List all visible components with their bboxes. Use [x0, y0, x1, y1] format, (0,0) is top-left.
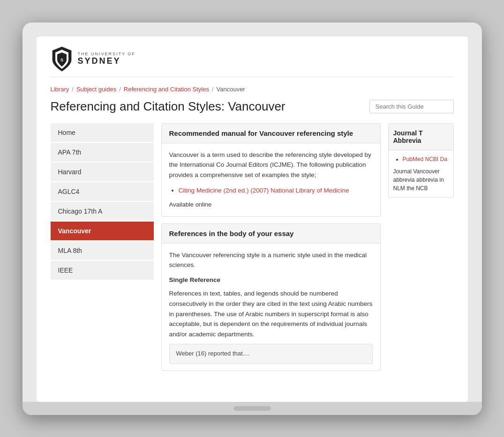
references-body: The Vancouver referencing style is a num…: [162, 244, 380, 371]
university-shield-icon: S: [51, 46, 73, 72]
recommended-manual-body: Vancouver is a term used to describe the…: [162, 143, 380, 216]
right-panel-header: Journal T Abbrevia: [389, 124, 453, 150]
page-title: Referencing and Citation Styles: Vancouv…: [51, 99, 286, 114]
breadcrumb-sep-2: /: [119, 86, 121, 93]
laptop-frame: S THE UNIVERSITY OF SYDNEY Library / Sub…: [23, 22, 482, 415]
right-panel-list: PubMed NCBI Da: [393, 155, 449, 163]
breadcrumb-subject-guides[interactable]: Subject guides: [76, 86, 116, 93]
recommended-manual-list: Citing Medicine (2nd ed.) (2007) Nationa…: [169, 185, 373, 196]
right-panel-box: Journal T Abbrevia PubMed NCBI Da Journa…: [388, 123, 454, 198]
right-panel-list-item: PubMed NCBI Da: [403, 155, 449, 163]
laptop-notch: [233, 406, 271, 411]
sidebar-item-apa7th[interactable]: APA 7th: [51, 143, 154, 163]
search-input[interactable]: [369, 100, 454, 113]
pubmed-link[interactable]: PubMed NCBI Da: [403, 156, 447, 163]
single-reference-label: Single Reference: [169, 275, 373, 285]
references-example: Weber (16) reported that....: [169, 344, 373, 364]
breadcrumb-referencing[interactable]: Referencing and Citation Styles: [124, 86, 209, 93]
sidebar-item-mla8th[interactable]: MLA 8th: [51, 241, 154, 261]
university-name-main: SYDNEY: [78, 56, 135, 66]
sidebar-item-home[interactable]: Home: [51, 123, 154, 143]
sidebar-item-aglc4[interactable]: AGLC4: [51, 182, 154, 202]
recommended-manual-list-item: Citing Medicine (2nd ed.) (2007) Nationa…: [179, 185, 373, 196]
references-header: References in the body of your essay: [162, 224, 380, 244]
laptop-bottom: [23, 402, 482, 415]
university-logo: S THE UNIVERSITY OF SYDNEY: [51, 46, 454, 77]
recommended-manual-header: Recommended manual for Vancouver referen…: [162, 124, 380, 143]
sidebar-item-vancouver[interactable]: Vancouver: [51, 222, 154, 241]
university-name-small: THE UNIVERSITY OF: [78, 52, 135, 56]
main-layout: Home APA 7th Harvard AGLC4 Chicago 17th …: [51, 123, 454, 378]
svg-text:S: S: [60, 58, 63, 62]
sidebar-item-ieee[interactable]: IEEE: [51, 261, 154, 281]
laptop-screen: S THE UNIVERSITY OF SYDNEY Library / Sub…: [37, 37, 468, 402]
sidebar-item-harvard[interactable]: Harvard: [51, 163, 154, 182]
right-panel-body: PubMed NCBI Da Journal Vancouver abbrevi…: [389, 150, 453, 197]
references-intro: The Vancouver referencing style is a num…: [169, 250, 373, 270]
sidebar-item-chicago[interactable]: Chicago 17th A: [51, 202, 154, 222]
references-box: References in the body of your essay The…: [161, 223, 381, 371]
breadcrumb-sep-3: /: [212, 86, 214, 93]
recommended-manual-box: Recommended manual for Vancouver referen…: [161, 123, 381, 217]
university-name: THE UNIVERSITY OF SYDNEY: [78, 52, 135, 66]
available-online-text: Available online: [169, 201, 212, 208]
page-wrapper: S THE UNIVERSITY OF SYDNEY Library / Sub…: [37, 37, 468, 392]
citing-medicine-link[interactable]: Citing Medicine (2nd ed.) (2007) Nationa…: [179, 187, 349, 194]
recommended-manual-text: Vancouver is a term used to describe the…: [169, 150, 373, 180]
references-body-text: References in text, tables, and legends …: [169, 289, 373, 339]
right-panel: Journal T Abbrevia PubMed NCBI Da Journa…: [388, 123, 454, 378]
page-header: Referencing and Citation Styles: Vancouv…: [51, 99, 454, 114]
right-panel-text: Journal Vancouver abbrevia abbrevia in N…: [393, 167, 449, 193]
sidebar-nav: Home APA 7th Harvard AGLC4 Chicago 17th …: [51, 123, 154, 378]
breadcrumb-current: Vancouver: [217, 86, 245, 93]
breadcrumb-sep-1: /: [72, 86, 74, 93]
breadcrumb: Library / Subject guides / Referencing a…: [51, 86, 454, 93]
breadcrumb-library[interactable]: Library: [51, 86, 69, 93]
content-area: Recommended manual for Vancouver referen…: [161, 123, 381, 378]
